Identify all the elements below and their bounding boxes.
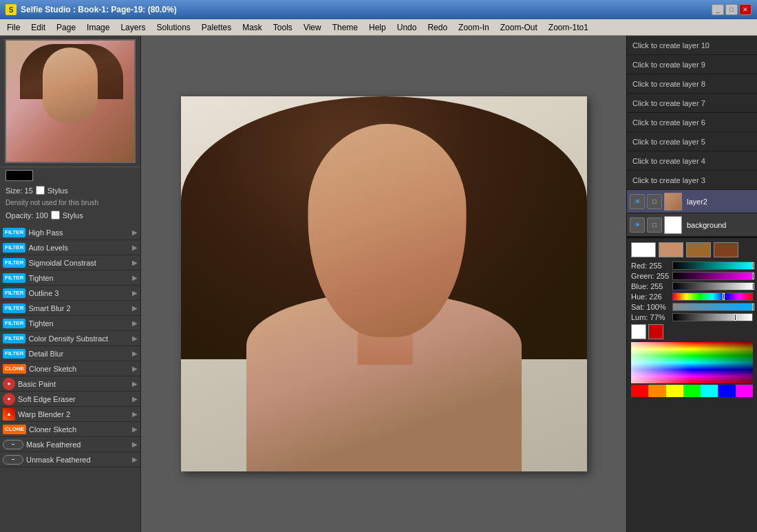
tool-arrow-9: ▶ xyxy=(132,365,138,372)
menu-item-zoom1to1[interactable]: Zoom-1to1 xyxy=(543,19,594,35)
layer-clickable-8[interactable]: Click to create layer 8 xyxy=(627,74,757,94)
color-bar-4[interactable] xyxy=(672,303,753,311)
color-bar-row-0: Red: 255 xyxy=(631,262,753,270)
hue-green[interactable] xyxy=(683,385,701,397)
menu-item-zoomout[interactable]: Zoom-Out xyxy=(495,19,543,35)
color-swatches-row xyxy=(631,242,753,257)
tool-item-3[interactable]: FILTERTighten▶ xyxy=(0,270,140,286)
tool-item-7[interactable]: FILTERColor Density Substract▶ xyxy=(0,331,140,346)
tool-label-0: High Pass xyxy=(28,228,132,237)
color-bar-label-2: Blue: 255 xyxy=(631,282,672,290)
tool-item-15[interactable]: ~Unmask Feathered▶ xyxy=(0,452,140,467)
layer2-page-icon[interactable]: □ xyxy=(647,194,662,209)
color-spectrum[interactable] xyxy=(631,342,753,383)
small-swatch-red[interactable] xyxy=(648,324,663,339)
menu-item-layers[interactable]: Layers xyxy=(115,19,151,35)
hue-bar[interactable] xyxy=(631,385,753,397)
layer-clickable-5[interactable]: Click to create layer 5 xyxy=(627,132,757,151)
tool-item-14[interactable]: ~Mask Feathered▶ xyxy=(0,437,140,452)
thumbnail-area xyxy=(5,39,136,163)
color-bar-3[interactable] xyxy=(672,292,753,301)
tool-arrow-8: ▶ xyxy=(132,350,138,357)
background-eye-icon[interactable]: 👁 xyxy=(630,217,645,233)
swatch-white[interactable] xyxy=(631,242,656,257)
layer-clickable-4[interactable]: Click to create layer 4 xyxy=(627,151,757,171)
color-bar-0[interactable] xyxy=(672,262,753,270)
menu-item-palettes[interactable]: Palettes xyxy=(196,19,237,35)
layer-clickable-7[interactable]: Click to create layer 7 xyxy=(627,94,757,113)
color-bar-1[interactable] xyxy=(672,272,753,280)
maximize-button[interactable]: □ xyxy=(725,4,738,15)
tool-item-9[interactable]: CLONECloner Sketch▶ xyxy=(0,361,140,376)
hue-magenta[interactable] xyxy=(736,385,753,397)
tool-item-2[interactable]: FILTERSigmoidal Constrast▶ xyxy=(0,255,140,270)
hue-cyan[interactable] xyxy=(701,385,718,397)
color-bar-row-2: Blue: 255 xyxy=(631,282,753,290)
tool-badge-9: CLONE xyxy=(3,364,26,374)
tool-item-0[interactable]: FILTERHigh Pass▶ xyxy=(0,225,140,240)
menu-item-edit[interactable]: Edit xyxy=(25,19,51,35)
tool-arrow-5: ▶ xyxy=(132,304,138,312)
tool-item-6[interactable]: FILTERTighten▶ xyxy=(0,316,140,331)
menu-item-tools[interactable]: Tools xyxy=(268,19,298,35)
small-swatch-white[interactable] xyxy=(631,324,646,339)
tool-label-2: Sigmoidal Constrast xyxy=(28,259,132,267)
color-bar-2[interactable] xyxy=(672,282,753,290)
color-bar-5[interactable] xyxy=(672,313,753,321)
tool-badge-12: ▲ xyxy=(3,408,15,421)
layer-clickable-10[interactable]: Click to create layer 10 xyxy=(627,36,757,55)
background-page-icon[interactable]: □ xyxy=(647,217,662,233)
tool-item-11[interactable]: ●Soft Edge Eraser▶ xyxy=(0,392,140,407)
tool-item-5[interactable]: FILTERSmart Blur 2▶ xyxy=(0,301,140,316)
close-button[interactable]: ✕ xyxy=(739,4,751,15)
menu-bar: FileEditPageImageLayersSolutionsPalettes… xyxy=(0,19,757,36)
menu-item-mask[interactable]: Mask xyxy=(237,19,268,35)
menu-item-image[interactable]: Image xyxy=(81,19,115,35)
menu-item-view[interactable]: View xyxy=(298,19,327,35)
menu-item-zoomin[interactable]: Zoom-In xyxy=(453,19,495,35)
color-swatch[interactable] xyxy=(6,170,33,181)
tool-label-4: Outline 3 xyxy=(28,289,132,297)
menu-item-file[interactable]: File xyxy=(1,19,25,35)
menu-item-page[interactable]: Page xyxy=(51,19,81,35)
layer-clickable-9[interactable]: Click to create layer 9 xyxy=(627,55,757,74)
size-stylus-checkbox[interactable] xyxy=(36,186,45,195)
swatch-tan[interactable] xyxy=(686,242,711,257)
tool-item-12[interactable]: ▲Warp Blender 2▶ xyxy=(0,407,140,422)
color-indicator-2 xyxy=(752,283,754,290)
hue-blue[interactable] xyxy=(718,385,735,397)
tool-arrow-10: ▶ xyxy=(132,380,138,387)
menu-item-help[interactable]: Help xyxy=(363,19,392,35)
layer-clickable-6[interactable]: Click to create layer 6 xyxy=(627,113,757,132)
swatch-skin[interactable] xyxy=(659,242,683,257)
tool-item-10[interactable]: ●Basic Paint▶ xyxy=(0,376,140,392)
canvas-area xyxy=(141,36,626,532)
tool-badge-13: CLONE xyxy=(3,425,26,434)
tool-label-5: Smart Blur 2 xyxy=(28,304,132,312)
hue-red[interactable] xyxy=(631,385,648,397)
menu-item-solutions[interactable]: Solutions xyxy=(151,19,195,35)
hue-orange[interactable] xyxy=(648,385,665,397)
layers-section: Click to create layer 10Click to create … xyxy=(627,36,757,237)
tool-item-1[interactable]: FILTERAuto Levels▶ xyxy=(0,240,140,255)
minimize-button[interactable]: _ xyxy=(712,4,724,15)
tool-item-8[interactable]: FILTERDetail Blur▶ xyxy=(0,346,140,361)
hue-yellow[interactable] xyxy=(666,385,683,397)
left-panel: Size: 15 Stylus Density not used for thi… xyxy=(0,36,141,532)
background-name: background xyxy=(684,221,727,229)
tool-item-13[interactable]: CLONECloner Sketch▶ xyxy=(0,422,140,437)
tool-label-10: Basic Paint xyxy=(18,380,132,388)
layer2-row: 👁 □ layer2 xyxy=(627,190,757,213)
menu-item-redo[interactable]: Redo xyxy=(422,19,453,35)
tool-label-13: Cloner Sketch xyxy=(29,425,132,434)
opacity-stylus-checkbox[interactable] xyxy=(51,211,60,220)
layer-clickable-3[interactable]: Click to create layer 3 xyxy=(627,171,757,190)
swatch-brown[interactable] xyxy=(714,242,738,257)
layer2-eye-icon[interactable]: 👁 xyxy=(630,194,645,209)
opacity-label: Opacity: 100 xyxy=(6,211,48,220)
menu-item-undo[interactable]: Undo xyxy=(392,19,423,35)
tool-item-4[interactable]: FILTEROutline 3▶ xyxy=(0,286,140,301)
color-bar-row-1: Green: 255 xyxy=(631,272,753,280)
menu-item-theme[interactable]: Theme xyxy=(327,19,363,35)
spectrum-overlay xyxy=(631,342,753,383)
